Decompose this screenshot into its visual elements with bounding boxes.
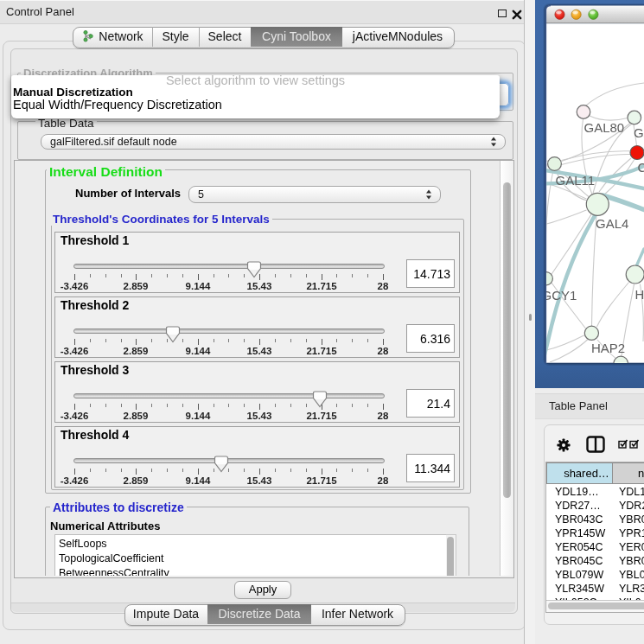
svg-text:GCY1: GCY1 [542,288,577,303]
svg-text:GAL80: GAL80 [584,120,625,135]
svg-text:C: C [638,160,644,175]
svg-text:HAP2: HAP2 [591,341,625,355]
svg-text:H: H [635,287,644,302]
svg-text:GAL4: GAL4 [596,216,628,231]
svg-text:GAL11: GAL11 [556,173,596,188]
svg-text:GA: GA [634,125,644,140]
